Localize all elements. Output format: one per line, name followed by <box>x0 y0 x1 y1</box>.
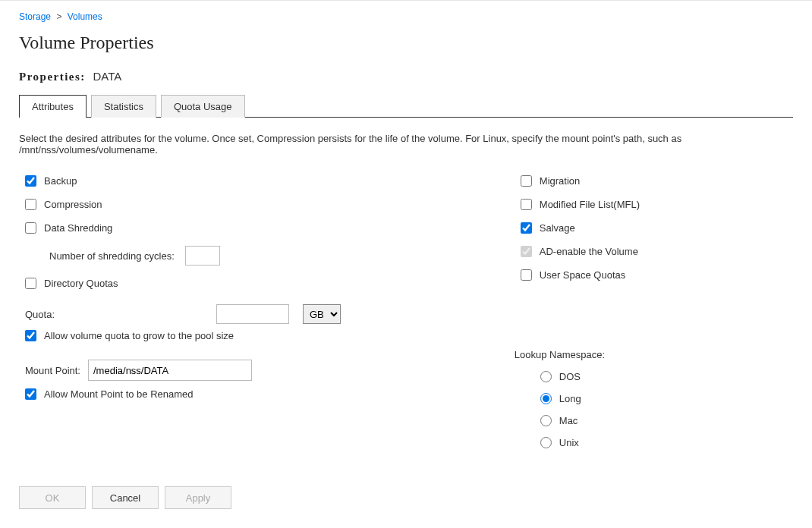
tab-statistics[interactable]: Statistics <box>91 95 156 118</box>
migration-checkbox[interactable] <box>521 175 532 187</box>
allow-quota-grow-checkbox[interactable] <box>25 330 36 341</box>
tab-attributes[interactable]: Attributes <box>19 95 87 118</box>
properties-label: Properties: <box>19 71 86 83</box>
allow-quota-grow-label: Allow volume quota to grow to the pool s… <box>44 330 234 341</box>
user-space-quotas-checkbox[interactable] <box>521 269 532 281</box>
allow-mount-rename-label: Allow Mount Point to be Renamed <box>44 388 194 400</box>
mfl-label: Modified File List(MFL) <box>540 199 640 210</box>
shredding-cycles-input[interactable] <box>185 246 220 266</box>
breadcrumb-separator: > <box>56 11 61 22</box>
apply-button: Apply <box>165 486 231 509</box>
ad-enable-label: AD-enable the Volume <box>540 246 638 257</box>
namespace-mac-radio[interactable] <box>540 415 552 426</box>
namespace-long-radio[interactable] <box>540 393 552 404</box>
breadcrumb-storage[interactable]: Storage <box>19 11 51 22</box>
compression-checkbox[interactable] <box>25 199 36 210</box>
ok-button: OK <box>19 486 86 509</box>
cancel-button[interactable]: Cancel <box>92 486 159 509</box>
tabs: Attributes Statistics Quota Usage <box>19 94 793 118</box>
mfl-checkbox[interactable] <box>521 199 532 210</box>
description-text: Select the desired attributes for the vo… <box>19 133 793 156</box>
tab-quota-usage[interactable]: Quota Usage <box>161 95 245 118</box>
namespace-dos-radio[interactable] <box>540 371 552 382</box>
backup-checkbox[interactable] <box>25 175 36 187</box>
data-shredding-checkbox[interactable] <box>25 222 36 234</box>
quota-label: Quota: <box>19 309 216 320</box>
directory-quotas-label: Directory Quotas <box>44 278 118 289</box>
breadcrumb: Storage > Volumes <box>19 8 793 33</box>
properties-value: DATA <box>93 70 122 83</box>
backup-label: Backup <box>44 175 77 187</box>
namespace-mac-label: Mac <box>559 415 578 426</box>
compression-label: Compression <box>44 199 102 210</box>
namespace-dos-label: DOS <box>559 371 581 382</box>
directory-quotas-checkbox[interactable] <box>25 278 36 289</box>
quota-unit-select[interactable]: GB MB TB <box>303 304 341 324</box>
migration-label: Migration <box>540 175 580 187</box>
salvage-checkbox[interactable] <box>521 222 532 234</box>
allow-mount-rename-checkbox[interactable] <box>25 388 36 400</box>
page-title: Volume Properties <box>19 33 793 53</box>
ad-enable-checkbox <box>521 246 532 257</box>
lookup-namespace-label: Lookup Namespace: <box>515 349 793 360</box>
namespace-unix-radio[interactable] <box>540 437 552 448</box>
salvage-label: Salvage <box>540 222 575 234</box>
mount-point-label: Mount Point: <box>19 365 80 376</box>
namespace-unix-label: Unix <box>559 437 579 448</box>
quota-input[interactable] <box>216 304 289 324</box>
mount-point-input[interactable] <box>88 360 252 381</box>
user-space-quotas-label: User Space Quotas <box>540 269 625 281</box>
breadcrumb-volumes[interactable]: Volumes <box>68 11 102 22</box>
namespace-long-label: Long <box>559 393 581 404</box>
data-shredding-label: Data Shredding <box>44 222 112 234</box>
shredding-cycles-label: Number of shredding cycles: <box>49 250 175 262</box>
